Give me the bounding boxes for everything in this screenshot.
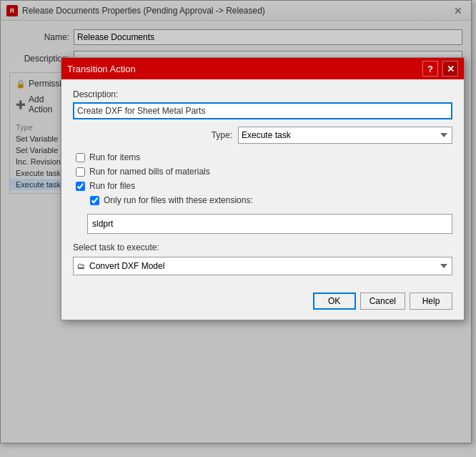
- modal-close-button[interactable]: ✕: [442, 61, 458, 77]
- modal-title: Transition Action: [67, 64, 418, 74]
- type-row: Type: Execute task Set Variable Inc. Rev…: [73, 127, 452, 144]
- only-run-extensions-row: Only run for files with these extensions…: [87, 195, 452, 205]
- run-for-items-checkbox[interactable]: [76, 153, 85, 162]
- task-icon: 🗂: [77, 262, 85, 270]
- run-for-named-bom-checkbox[interactable]: [76, 167, 85, 177]
- modal-description-label: Description:: [73, 89, 452, 99]
- cancel-button[interactable]: Cancel: [360, 293, 405, 310]
- run-for-items-row: Run for items: [73, 152, 452, 162]
- modal-description-input[interactable]: [73, 102, 452, 119]
- extension-input[interactable]: [87, 214, 452, 234]
- only-run-extensions-label: Only run for files with these extensions…: [104, 195, 253, 205]
- modal-titlebar: Transition Action ? ✕: [61, 58, 464, 79]
- ok-button[interactable]: OK: [313, 293, 356, 310]
- modal-footer: OK Cancel Help: [61, 285, 464, 320]
- run-for-files-row: Run for files: [73, 181, 452, 191]
- task-select[interactable]: Convert DXF Model: [73, 257, 452, 275]
- type-label: Type:: [212, 130, 232, 140]
- description-block: Description:: [73, 89, 452, 119]
- select-task-label: Select task to execute:: [73, 242, 452, 252]
- run-files-section: Only run for files with these extensions…: [87, 195, 452, 242]
- modal-help-button[interactable]: ?: [422, 61, 438, 77]
- only-run-extensions-checkbox[interactable]: [90, 196, 99, 205]
- transition-action-modal: Transition Action ? ✕ Description: Type:…: [61, 57, 465, 320]
- task-select-wrapper: 🗂 Convert DXF Model: [73, 257, 452, 275]
- type-select[interactable]: Execute task Set Variable Inc. Revision: [238, 127, 452, 144]
- run-for-items-label: Run for items: [89, 152, 140, 162]
- run-for-named-bom-row: Run for named bills of materials: [73, 167, 452, 177]
- run-for-files-checkbox[interactable]: [76, 182, 85, 191]
- help-button[interactable]: Help: [410, 293, 452, 310]
- run-for-files-label: Run for files: [89, 181, 135, 191]
- modal-body: Description: Type: Execute task Set Vari…: [61, 79, 464, 285]
- run-for-named-bom-label: Run for named bills of materials: [89, 167, 210, 177]
